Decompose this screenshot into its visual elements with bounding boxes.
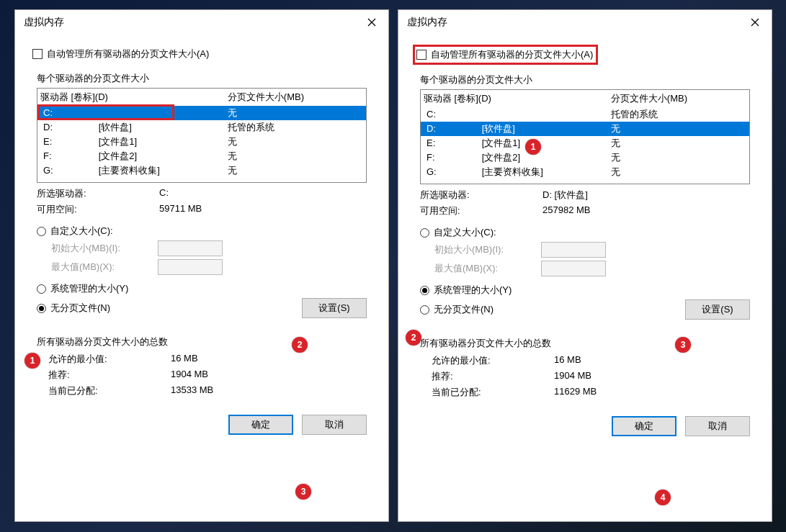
col-page: 分页文件大小(MB) [228, 91, 363, 104]
dialog-title: 虚拟内存 [24, 16, 64, 29]
selected-drive-row: 所选驱动器: D: [软件盘] [420, 189, 750, 202]
custom-size-label: 自定义大小(C): [50, 225, 113, 238]
custom-size-radio-row[interactable]: 自定义大小(C): [420, 226, 757, 239]
system-managed-radio[interactable] [420, 286, 429, 295]
ok-button[interactable]: 确定 [228, 415, 293, 435]
drive-row-f[interactable]: F: [文件盘2] 无 [421, 150, 749, 165]
titlebar: 虚拟内存 [398, 10, 772, 35]
drive-row-d[interactable]: D: [软件盘] 托管的系统 [37, 120, 366, 135]
drive-row-e[interactable]: E: [文件盘1] 无 [421, 136, 749, 150]
recommended-row: 推荐: 1904 MB [48, 369, 367, 382]
drive-list-header: 驱动器 [卷标](D) 分页文件大小(MB) [421, 90, 749, 107]
system-managed-label: 系统管理的大小(Y) [434, 284, 512, 297]
system-managed-radio-row[interactable]: 系统管理的大小(Y) [37, 282, 374, 295]
set-button[interactable]: 设置(S) [685, 299, 750, 320]
titlebar: 虚拟内存 [15, 10, 388, 35]
totals-title: 所有驱动器分页文件大小的总数 [37, 335, 367, 348]
max-size-input[interactable] [158, 259, 223, 275]
annotation-badge-3: 3 [295, 484, 311, 500]
free-space-value: 257982 MB [542, 204, 750, 217]
annotation-badge-3: 3 [675, 337, 691, 353]
no-paging-label: 无分页文件(N) [434, 303, 494, 316]
selected-drive-row: 所选驱动器: C: [37, 187, 367, 200]
col-drive: 驱动器 [卷标](D) [40, 91, 228, 104]
auto-manage-checkbox[interactable] [416, 50, 427, 60]
col-drive: 驱动器 [卷标](D) [424, 92, 611, 105]
no-paging-radio[interactable] [37, 304, 46, 313]
no-paging-label: 无分页文件(N) [50, 302, 110, 315]
annotation-badge-2: 2 [406, 330, 421, 346]
virtual-memory-dialog-left: 虚拟内存 自动管理所有驱动器的分页文件大小(A) 每个驱动器的分页文件大小 驱动… [14, 9, 389, 522]
free-space-row: 可用空间: 59711 MB [37, 203, 367, 216]
current-row: 当前已分配: 13533 MB [48, 384, 367, 397]
custom-size-radio[interactable] [37, 227, 46, 236]
cancel-button[interactable]: 取消 [685, 416, 750, 436]
drive-listbox[interactable]: 驱动器 [卷标](D) 分页文件大小(MB) C: 托管的系统 D: [软件盘]… [420, 89, 750, 184]
auto-manage-label: 自动管理所有驱动器的分页文件大小(A) [431, 48, 593, 61]
selected-drive-value: C: [159, 187, 367, 200]
per-drive-section-label: 每个驱动器的分页文件大小 [420, 73, 757, 86]
close-icon [367, 18, 376, 27]
initial-size-row: 初始大小(MB)(I): [51, 240, 374, 256]
min-allowed-row: 允许的最小值: 16 MB [48, 353, 367, 366]
per-drive-section-label: 每个驱动器的分页文件大小 [37, 72, 374, 85]
annotation-badge-2: 2 [292, 337, 308, 353]
totals-title: 所有驱动器分页文件大小的总数 [420, 337, 750, 350]
close-button[interactable] [738, 12, 772, 33]
auto-manage-row[interactable]: 自动管理所有驱动器的分页文件大小(A) [30, 45, 212, 63]
drive-row-c[interactable]: C: 无 [37, 106, 366, 120]
close-button[interactable] [355, 12, 388, 33]
col-page: 分页文件大小(MB) [611, 92, 746, 105]
free-space-value: 59711 MB [159, 203, 367, 216]
system-managed-label: 系统管理的大小(Y) [50, 282, 128, 295]
close-icon [751, 18, 759, 27]
max-size-row: 最大值(MB)(X): [51, 259, 374, 275]
annotation-badge-4: 4 [655, 490, 671, 505]
current-row: 当前已分配: 11629 MB [432, 386, 750, 399]
drive-row-e[interactable]: E: [文件盘1] 无 [37, 135, 366, 149]
drive-row-d[interactable]: D: [软件盘] 无 [421, 122, 749, 136]
initial-size-input[interactable] [541, 242, 606, 258]
ok-button[interactable]: 确定 [612, 416, 676, 436]
drive-row-c[interactable]: C: 托管的系统 [421, 107, 749, 122]
min-allowed-row: 允许的最小值: 16 MB [432, 354, 750, 367]
recommended-row: 推荐: 1904 MB [432, 370, 750, 383]
max-size-input[interactable] [541, 261, 606, 276]
virtual-memory-dialog-right: 虚拟内存 自动管理所有驱动器的分页文件大小(A) 每个驱动器的分页文件大小 驱动… [398, 9, 772, 522]
footer-buttons: 确定 取消 [413, 416, 750, 436]
custom-size-label: 自定义大小(C): [434, 226, 496, 239]
annotation-badge-1: 1 [24, 353, 40, 369]
drive-listbox[interactable]: 驱动器 [卷标](D) 分页文件大小(MB) C: 无 D: [软件盘] 托管的… [37, 88, 367, 183]
dialog-title: 虚拟内存 [407, 16, 447, 29]
annotation-badge-1: 1 [525, 139, 541, 155]
initial-size-row: 初始大小(MB)(I): [434, 242, 757, 258]
drive-row-g[interactable]: G: [主要资料收集] 无 [37, 163, 366, 178]
system-managed-radio-row[interactable]: 系统管理的大小(Y) [420, 284, 757, 297]
custom-size-radio-row[interactable]: 自定义大小(C): [37, 225, 374, 238]
cancel-button[interactable]: 取消 [302, 415, 367, 435]
no-paging-radio[interactable] [420, 305, 429, 315]
totals-group: 所有驱动器分页文件大小的总数 允许的最小值: 16 MB 推荐: 1904 MB… [416, 335, 754, 402]
footer-buttons: 确定 取消 [30, 415, 367, 435]
free-space-row: 可用空间: 257982 MB [420, 204, 750, 217]
custom-size-radio[interactable] [420, 228, 429, 238]
no-paging-radio-row[interactable]: 无分页文件(N) [37, 302, 110, 315]
drive-list-header: 驱动器 [卷标](D) 分页文件大小(MB) [37, 89, 366, 106]
set-button[interactable]: 设置(S) [302, 298, 367, 318]
drive-row-g[interactable]: G: [主要资料收集] 无 [421, 165, 749, 179]
selected-drive-value: D: [软件盘] [542, 189, 750, 202]
auto-manage-label: 自动管理所有驱动器的分页文件大小(A) [47, 48, 209, 60]
max-size-row: 最大值(MB)(X): [434, 261, 757, 276]
auto-manage-checkbox[interactable] [32, 49, 43, 59]
system-managed-radio[interactable] [37, 284, 46, 294]
initial-size-input[interactable] [158, 240, 223, 256]
drive-row-f[interactable]: F: [文件盘2] 无 [37, 149, 366, 163]
totals-group: 所有驱动器分页文件大小的总数 允许的最小值: 16 MB 推荐: 1904 MB… [32, 334, 371, 400]
no-paging-radio-row[interactable]: 无分页文件(N) [420, 303, 494, 316]
auto-manage-row-highlight: 自动管理所有驱动器的分页文件大小(A) [413, 45, 598, 65]
